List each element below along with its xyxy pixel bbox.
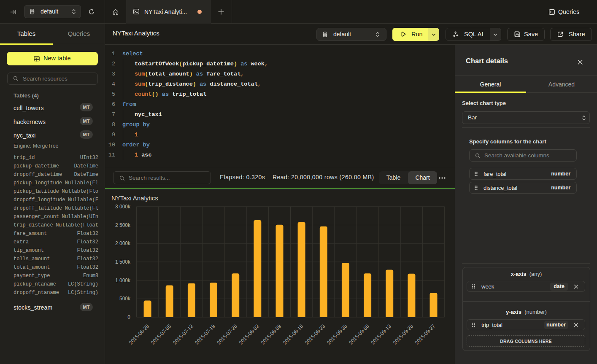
svg-text:2 500k: 2 500k (115, 222, 131, 228)
svg-text:2015-08-02: 2015-08-02 (238, 323, 261, 346)
svg-text:2015-09-27: 2015-09-27 (414, 323, 437, 346)
svg-text:2015-09-20: 2015-09-20 (392, 323, 415, 346)
svg-text:2 000k: 2 000k (115, 240, 131, 246)
svg-text:1 500k: 1 500k (115, 259, 131, 265)
svg-text:2015-08-16: 2015-08-16 (282, 323, 305, 346)
svg-text:3 000k: 3 000k (115, 204, 131, 210)
svg-text:2015-09-13: 2015-09-13 (370, 323, 393, 346)
svg-text:2015-06-28: 2015-06-28 (128, 323, 151, 346)
svg-text:0: 0 (127, 314, 130, 320)
svg-text:2015-07-19: 2015-07-19 (194, 323, 216, 346)
svg-text:500k: 500k (119, 296, 131, 302)
svg-text:2015-09-06: 2015-09-06 (348, 323, 370, 346)
svg-text:2015-08-23: 2015-08-23 (304, 323, 327, 346)
svg-text:2015-07-05: 2015-07-05 (150, 323, 173, 346)
svg-text:2015-08-30: 2015-08-30 (326, 323, 348, 346)
svg-text:2015-07-12: 2015-07-12 (172, 323, 194, 346)
svg-text:2015-08-09: 2015-08-09 (260, 323, 283, 346)
svg-text:2015-07-26: 2015-07-26 (216, 323, 239, 346)
svg-text:1 000k: 1 000k (115, 278, 131, 283)
